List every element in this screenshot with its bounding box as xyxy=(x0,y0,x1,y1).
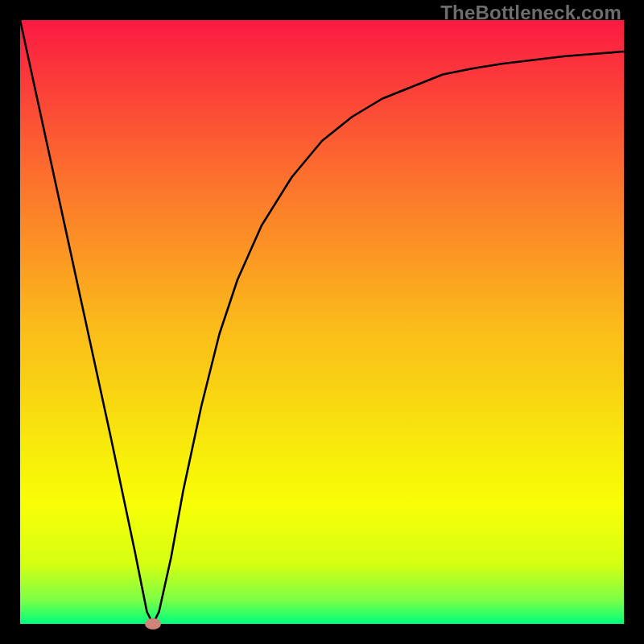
chart-frame xyxy=(20,20,624,624)
watermark-text: TheBottleneck.com xyxy=(440,2,621,24)
gradient-background xyxy=(20,20,624,624)
chart-canvas xyxy=(20,20,624,624)
optimal-point-marker xyxy=(145,618,161,630)
